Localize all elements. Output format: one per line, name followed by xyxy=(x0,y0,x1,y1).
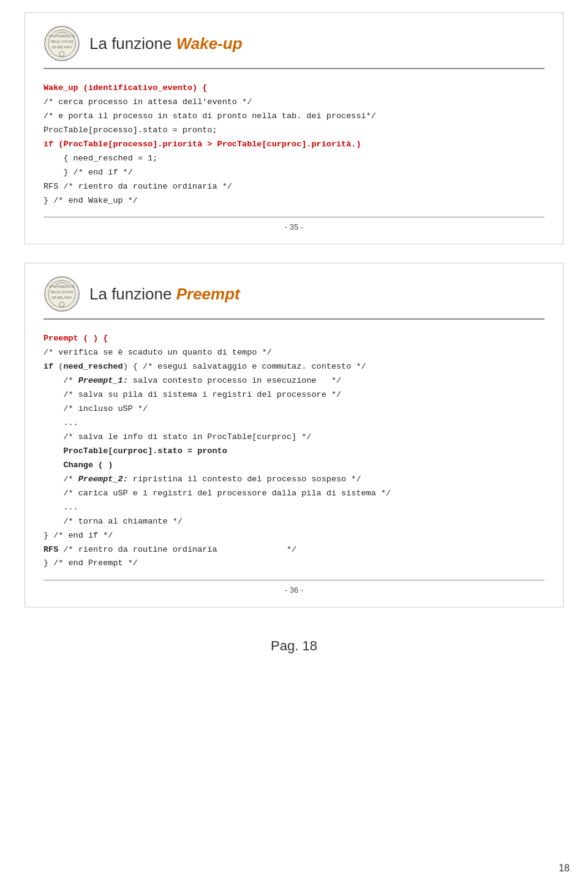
svg-text:UNIVERSITÀ: UNIVERSITÀ xyxy=(49,34,75,39)
svg-text:DI MILANO: DI MILANO xyxy=(52,45,72,49)
svg-point-0 xyxy=(45,26,79,61)
slide-2-content: Preempt ( ) { /* verifica se è scaduto u… xyxy=(43,326,545,571)
s2-line-14: /* torna al chiamante */ xyxy=(43,515,545,529)
slide-1-footer: - 35 - xyxy=(43,217,545,231)
s2-line-6: /* incluso uSP */ xyxy=(43,402,545,416)
slide-1: UNIVERSITÀ DEGLI STUDI DI MILANO La funz… xyxy=(24,12,564,244)
code-line-4: ProcTable[processo].stato = pronto; xyxy=(43,124,545,138)
s2-line-15: } /* end if */ xyxy=(43,529,545,543)
code-line-1: Wake_up (identificativo_evento) { xyxy=(43,81,545,96)
page-label: Pag. 18 xyxy=(24,626,564,660)
slide-2-footer: - 36 - xyxy=(43,580,545,595)
slide-1-header: UNIVERSITÀ DEGLI STUDI DI MILANO La funz… xyxy=(43,25,545,69)
code-line-2: /* cerca processo in attesa dell’evento … xyxy=(43,96,545,110)
code-line-3: /* e porta il processo in stato di pront… xyxy=(43,110,545,124)
slide-1-title: La funzione Wake-up xyxy=(89,34,243,53)
s2-line-5: /* salva su pila di sistema i registri d… xyxy=(43,388,545,402)
code-line-8: RFS /* rientro da routine ordinaria */ xyxy=(43,180,545,194)
s2-line-13: ... xyxy=(43,501,545,515)
s2-line-2: /* verifica se è scaduto un quanto di te… xyxy=(43,346,545,360)
code-line-9: } /* end Wake_up */ xyxy=(43,194,545,208)
s2-line-4: /* Preempt_1: salva contesto processo in… xyxy=(43,374,545,388)
slide-2: UNIVERSITÀ DEGLI STUDI DI MILANO La funz… xyxy=(24,263,564,607)
s2-line-8: /* salva le info di stato in ProcTable[c… xyxy=(43,430,545,445)
s2-line-3: if (need_resched) { /* esegui salvataggi… xyxy=(43,360,545,374)
page-number-corner: 18 xyxy=(559,863,570,874)
slide-1-content: Wake_up (identificativo_evento) { /* cer… xyxy=(43,75,545,208)
university-logo-2: UNIVERSITÀ DEGLI STUDI DI MILANO xyxy=(43,276,80,312)
svg-point-6 xyxy=(45,277,79,311)
s2-line-10: Change ( ) xyxy=(43,459,545,473)
s2-line-9: ProcTable[curproc].stato = pronto xyxy=(43,445,545,459)
slide-2-header: UNIVERSITÀ DEGLI STUDI DI MILANO La funz… xyxy=(43,276,545,320)
code-line-7: } /* end if */ xyxy=(43,166,545,180)
code-line-5: if (ProcTable[processo].priorità > ProcT… xyxy=(43,138,545,152)
s2-line-12: /* carica uSP e i registri del processor… xyxy=(43,487,545,501)
university-logo-1: UNIVERSITÀ DEGLI STUDI DI MILANO xyxy=(43,25,80,62)
s2-line-11: /* Preempt_2: ripristina il contesto del… xyxy=(43,473,545,487)
svg-text:UNIVERSITÀ: UNIVERSITÀ xyxy=(49,284,75,289)
s2-line-17: } /* end Preempt */ xyxy=(43,557,545,571)
s2-line-7: ... xyxy=(43,416,545,430)
s2-line-1: Preempt ( ) { xyxy=(43,332,545,346)
s2-line-16: RFS /* rientro da routine ordinaria */ xyxy=(43,543,545,557)
svg-text:DI MILANO: DI MILANO xyxy=(52,296,72,299)
svg-text:DEGLI STUDI: DEGLI STUDI xyxy=(50,40,73,43)
svg-text:DEGLI STUDI: DEGLI STUDI xyxy=(50,290,73,294)
slide-2-title: La funzione Preempt xyxy=(89,285,240,304)
code-line-6: { need_resched = 1; xyxy=(43,152,545,166)
